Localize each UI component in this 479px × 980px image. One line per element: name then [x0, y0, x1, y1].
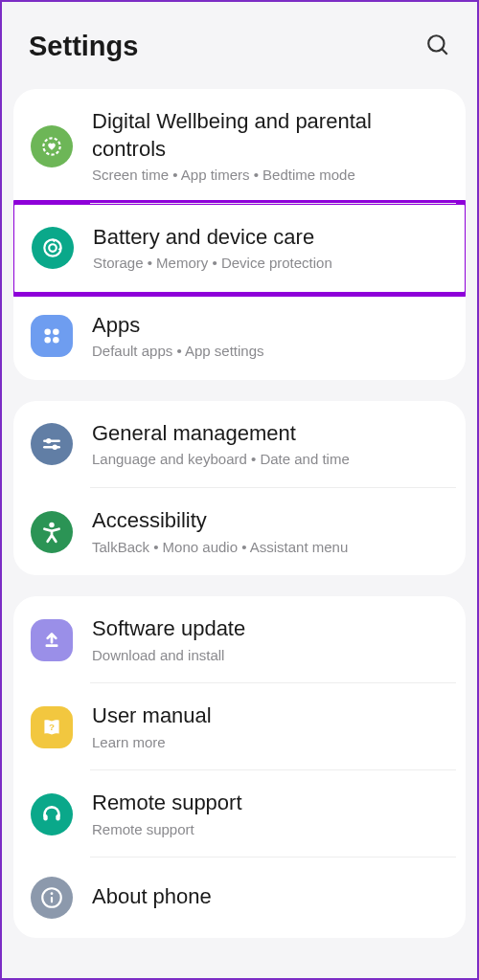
item-subtitle: Download and install	[92, 646, 448, 665]
user-manual-icon: ?	[31, 706, 73, 748]
item-content: General management Language and keyboard…	[92, 420, 448, 469]
item-content: Remote support Remote support	[92, 790, 448, 838]
svg-point-12	[53, 445, 57, 450]
about-phone-icon	[31, 877, 73, 919]
item-title: Software update	[92, 615, 448, 643]
item-subtitle: Storage • Memory • Device protection	[93, 254, 447, 273]
settings-group: General management Language and keyboard…	[13, 401, 466, 575]
item-user-manual[interactable]: ? User manual Learn more	[13, 683, 466, 770]
item-subtitle: Screen time • App timers • Bedtime mode	[92, 166, 448, 185]
item-title: Remote support	[92, 790, 448, 817]
apps-icon	[31, 315, 73, 357]
remote-support-icon	[31, 793, 73, 835]
item-subtitle: Remote support	[92, 820, 448, 839]
battery-icon	[32, 227, 74, 269]
item-title: Apps	[92, 312, 448, 340]
page-title: Settings	[29, 31, 138, 62]
item-content: About phone	[92, 883, 448, 914]
item-title: Battery and device care	[93, 224, 447, 252]
svg-point-0	[428, 35, 444, 51]
item-content: Apps Default apps • App settings	[92, 312, 448, 361]
svg-point-8	[53, 337, 59, 344]
svg-point-4	[49, 244, 57, 252]
item-title: Digital Wellbeing and parental controls	[92, 108, 448, 163]
item-apps[interactable]: Apps Default apps • App settings	[13, 293, 466, 380]
svg-rect-16	[43, 814, 47, 821]
item-content: Digital Wellbeing and parental controls …	[92, 108, 448, 185]
item-content: Accessibility TalkBack • Mono audio • As…	[92, 507, 448, 556]
svg-point-10	[46, 438, 51, 443]
item-subtitle: TalkBack • Mono audio • Assistant menu	[92, 538, 448, 557]
header: Settings	[2, 2, 477, 89]
svg-point-5	[44, 329, 51, 336]
svg-point-19	[51, 893, 54, 896]
general-icon	[31, 423, 73, 465]
svg-point-7	[44, 337, 51, 344]
search-icon	[425, 33, 450, 57]
item-general-management[interactable]: General management Language and keyboard…	[13, 401, 466, 488]
item-remote-support[interactable]: Remote support Remote support	[13, 770, 466, 858]
item-title: About phone	[92, 883, 448, 911]
accessibility-icon	[31, 511, 73, 553]
svg-point-3	[44, 240, 60, 256]
svg-point-13	[49, 522, 54, 526]
item-battery-device-care[interactable]: Battery and device care Storage • Memory…	[18, 209, 461, 288]
item-subtitle: Learn more	[92, 733, 448, 752]
item-content: User manual Learn more	[92, 702, 448, 751]
item-about-phone[interactable]: About phone	[13, 858, 466, 938]
item-title: User manual	[92, 702, 448, 730]
settings-group: Software update Download and install ? U…	[13, 596, 466, 938]
item-software-update[interactable]: Software update Download and install	[13, 596, 466, 683]
svg-rect-17	[56, 814, 59, 821]
item-title: General management	[92, 420, 448, 448]
wellbeing-icon	[31, 125, 73, 167]
software-update-icon	[31, 619, 73, 661]
svg-line-1	[442, 49, 446, 54]
svg-rect-20	[51, 897, 53, 903]
item-subtitle: Default apps • App settings	[92, 342, 448, 361]
svg-point-6	[53, 329, 59, 336]
svg-rect-14	[46, 644, 58, 647]
highlight-box: Battery and device care Storage • Memory…	[13, 200, 466, 297]
item-digital-wellbeing[interactable]: Digital Wellbeing and parental controls …	[13, 89, 466, 204]
svg-text:?: ?	[49, 722, 55, 732]
item-title: Accessibility	[92, 507, 448, 535]
item-content: Software update Download and install	[92, 615, 448, 664]
item-content: Battery and device care Storage • Memory…	[93, 224, 447, 273]
search-button[interactable]	[425, 33, 450, 61]
item-subtitle: Language and keyboard • Date and time	[92, 450, 448, 469]
settings-group: Digital Wellbeing and parental controls …	[13, 89, 466, 380]
item-accessibility[interactable]: Accessibility TalkBack • Mono audio • As…	[13, 488, 466, 575]
